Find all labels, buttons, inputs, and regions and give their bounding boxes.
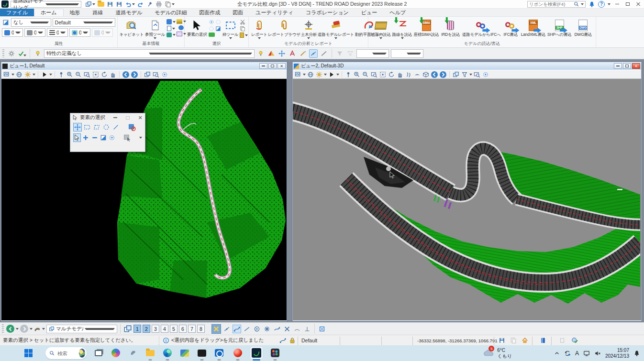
status-clipboard-icon[interactable] xyxy=(559,335,566,346)
minimize-button[interactable] xyxy=(613,1,621,7)
copilot-button[interactable] xyxy=(110,347,122,359)
workspace-dropdown[interactable]: 道路設計モデリング xyxy=(11,1,81,8)
clip-mask-icon[interactable] xyxy=(161,71,168,78)
rotate-view-icon[interactable] xyxy=(388,71,395,78)
view-toggle-3[interactable]: 3 xyxy=(152,325,159,333)
ribbon-search-input[interactable] xyxy=(529,1,572,7)
navigation-cube-icon[interactable] xyxy=(422,71,430,78)
pan-view-icon[interactable] xyxy=(109,71,117,78)
colorful-grid-app-button[interactable] xyxy=(269,347,281,359)
civil-analysis-button[interactable]: 土木分析 xyxy=(300,18,317,41)
zoom-out-icon[interactable] xyxy=(75,71,82,78)
pin-icon[interactable] xyxy=(146,1,153,8)
display-style-icon[interactable] xyxy=(3,71,11,78)
clip-mask-icon[interactable] xyxy=(473,71,481,78)
select-mode-subtract-icon[interactable] xyxy=(91,133,99,142)
view-toggle-8[interactable]: 8 xyxy=(197,325,205,333)
snap-center-icon[interactable] xyxy=(263,325,271,333)
view1-close-button[interactable]: ✕ xyxy=(278,63,286,69)
notification-bell-icon[interactable] xyxy=(588,1,595,8)
select-method-line-icon[interactable] xyxy=(111,123,120,131)
view-pin-icon[interactable] xyxy=(344,71,352,78)
export-filter-icon[interactable] xyxy=(346,49,355,58)
outlook-button[interactable] xyxy=(213,347,225,359)
close-button[interactable] xyxy=(634,1,642,7)
transparency-dropdown[interactable]: 0 xyxy=(69,28,90,37)
start-button[interactable] xyxy=(22,347,34,359)
tray-volume-muted-icon[interactable] xyxy=(594,350,601,357)
view-groups-icon[interactable] xyxy=(85,1,95,8)
view-forward-caret[interactable] xyxy=(30,328,33,330)
corridor-report-button[interactable]: 道路モデルレポート xyxy=(318,18,354,41)
status-info-icon[interactable] xyxy=(163,335,169,346)
view-previous-icon[interactable] xyxy=(431,71,438,78)
tab-help[interactable]: ヘルプ xyxy=(383,9,412,16)
line-segment-tool-icon[interactable] xyxy=(309,49,318,58)
taskbar-clock[interactable]: 15:07 2024/12/13 xyxy=(605,348,629,359)
view-display-mode-icon[interactable] xyxy=(41,71,48,78)
filter-dropdown-1[interactable] xyxy=(356,49,389,58)
style-brush-icon[interactable] xyxy=(299,49,307,58)
snap-divisor-toggle[interactable] xyxy=(211,324,221,334)
open-folder-icon[interactable] xyxy=(98,2,104,7)
dialog-title-bar[interactable]: 要素の選択 ✕ xyxy=(70,113,145,122)
print-icon[interactable] xyxy=(155,1,162,8)
fly-icon[interactable] xyxy=(413,71,421,78)
file-explorer-button[interactable] xyxy=(144,347,156,359)
tab-utility[interactable]: ユーティリティ xyxy=(249,9,300,16)
terminal-button[interactable] xyxy=(196,347,208,359)
tray-sync-icon[interactable] xyxy=(564,350,571,357)
tab-collaboration[interactable]: コラボレーション xyxy=(300,9,355,16)
zoom-in-icon[interactable] xyxy=(66,71,74,78)
view-toggle-2[interactable]: 2 xyxy=(143,325,150,333)
select-mode-add-icon[interactable] xyxy=(82,133,89,142)
help-icon[interactable]: ? xyxy=(598,1,605,8)
view-toggle-6[interactable]: 6 xyxy=(179,325,187,333)
view2-title-bar[interactable]: ビュー2, Default-3D ✕ xyxy=(293,62,641,70)
search-highlight-image[interactable] xyxy=(79,349,85,358)
status-standards-icon[interactable] xyxy=(540,335,546,346)
tab-drawing-production[interactable]: 図面作成 xyxy=(193,9,226,16)
view2-restore-button[interactable] xyxy=(623,63,631,69)
validate-icon[interactable] xyxy=(18,49,26,58)
annotation-icon[interactable] xyxy=(288,49,297,58)
roadmodel-to-ifc-button[interactable]: 道路モデルからIFCへ xyxy=(462,18,501,41)
view-history-icon[interactable] xyxy=(34,326,41,332)
dialog-minimize-button[interactable] xyxy=(112,115,118,120)
bottombar-grip[interactable] xyxy=(2,324,4,333)
dialog-close-button[interactable]: ✕ xyxy=(137,115,143,120)
selection-set-icon[interactable] xyxy=(209,33,215,37)
display-style-icon[interactable] xyxy=(294,71,302,78)
snap-nearest-icon[interactable] xyxy=(222,325,231,333)
zoom-window-icon[interactable] xyxy=(83,71,91,78)
active-level-dropdown[interactable]: Default xyxy=(53,18,115,27)
report-button[interactable]: レポート xyxy=(251,18,268,41)
database-icon[interactable] xyxy=(167,33,176,37)
snap-midpoint-icon[interactable] xyxy=(243,325,251,333)
status-save-icon[interactable] xyxy=(499,335,505,346)
line-weight-dropdown[interactable]: 0 xyxy=(47,28,68,37)
select-previous-icon[interactable] xyxy=(209,26,214,32)
tab-home[interactable]: ホーム xyxy=(34,9,64,16)
view-forward-button[interactable] xyxy=(20,325,28,333)
models-icon[interactable] xyxy=(167,19,176,24)
active-snap-icon[interactable] xyxy=(279,335,286,346)
view-next-icon[interactable] xyxy=(131,71,138,78)
zoom-in-icon[interactable] xyxy=(353,71,361,78)
civil-toggles-icon[interactable] xyxy=(278,49,286,58)
tray-display-icon[interactable] xyxy=(583,350,590,357)
taskbar-search-box[interactable] xyxy=(45,347,87,359)
paste-icon[interactable] xyxy=(240,33,248,38)
tray-overflow-chevron-icon[interactable] xyxy=(554,350,560,356)
tray-notification-bell-icon[interactable] xyxy=(633,350,640,357)
landxml-export-button[interactable]: XML LandXML書込 xyxy=(520,18,546,41)
select-method-circle-icon[interactable] xyxy=(102,123,111,131)
zoom-window-icon[interactable] xyxy=(370,71,378,78)
sima-import-button[interactable]: SIMA 座標SIMA読込 xyxy=(413,18,439,41)
snap-arc-icon[interactable] xyxy=(293,325,301,333)
select-mode-invert-icon[interactable] xyxy=(100,133,107,142)
search-options-caret[interactable] xyxy=(581,3,584,5)
tab-alignment[interactable]: 路線 xyxy=(87,9,110,16)
alignment-import-button[interactable]: 路線を読込 xyxy=(392,18,413,41)
tab-file[interactable]: ファイル xyxy=(0,9,34,16)
